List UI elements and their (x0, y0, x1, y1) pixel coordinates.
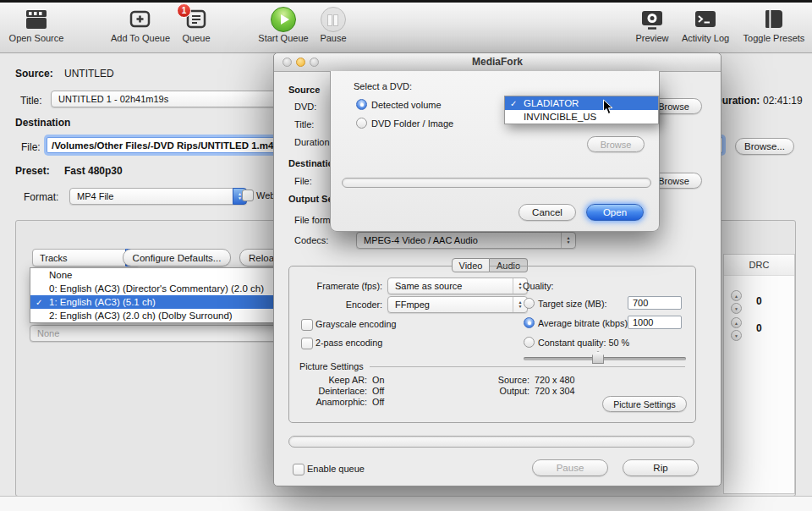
dvd-menu-item-selected[interactable]: ✓ GLADIATOR (505, 96, 658, 110)
quality-slider-track[interactable] (524, 357, 686, 360)
picture-settings-button[interactable]: Picture Settings (602, 396, 687, 412)
deinterlace-label: Deinterlace: (296, 386, 367, 396)
window-bottom-bar (0, 496, 812, 511)
constant-quality-radio[interactable] (524, 337, 535, 348)
framerate-label: Framerate (fps): (294, 281, 382, 291)
title-label: Title: (20, 95, 42, 107)
detected-volume-label: Detected volume (371, 100, 442, 110)
average-bitrate-label: Average bitrate (kbps): (538, 318, 630, 328)
minimize-button[interactable] (296, 58, 305, 67)
open-button[interactable]: Open (586, 204, 644, 221)
grayscale-checkbox[interactable] (301, 319, 313, 331)
toolbar-queue-button[interactable]: 1 Queue (174, 6, 218, 43)
dvd-folder-radio[interactable] (356, 118, 367, 129)
start-queue-icon (271, 6, 296, 33)
preview-icon (639, 6, 665, 33)
sheet-heading: Select a DVD: (354, 81, 412, 91)
toolbar-start-queue-label: Start Queue (258, 33, 308, 43)
target-size-field[interactable]: 700 (628, 296, 682, 310)
cancel-button[interactable]: Cancel (518, 204, 576, 221)
toolbar-pause-label: Pause (320, 33, 346, 43)
two-pass-checkbox[interactable] (301, 338, 313, 349)
dvd-volume-menu: ✓ GLADIATOR INVINCIBLE_US (504, 96, 659, 124)
check-icon: ✓ (36, 298, 42, 307)
mf-pause-button[interactable]: Pause (532, 459, 608, 476)
title-popup[interactable]: UNTITLED 1 - 02h41m19s ▲▼ (51, 91, 304, 107)
quality-label: Quality: (523, 281, 554, 291)
check-icon: ✓ (510, 99, 517, 108)
drc-stepper[interactable]: ▲▼ (731, 290, 742, 314)
target-size-radio[interactable] (524, 298, 535, 309)
average-bitrate-field[interactable]: 1000 (628, 316, 682, 329)
mediafork-titlebar[interactable]: MediaFork (274, 53, 721, 72)
mf-title-label: Title: (294, 119, 314, 129)
source-dimensions-value: 720 x 480 (535, 375, 574, 385)
mouse-cursor (602, 99, 613, 118)
toolbar-open-source-button[interactable]: Open Source (5, 6, 68, 43)
source-value: UNTITLED (64, 68, 114, 80)
add-to-queue-icon (128, 6, 153, 33)
average-bitrate-radio[interactable] (524, 317, 535, 328)
enable-queue-checkbox[interactable] (293, 464, 304, 475)
toolbar-toggle-presets-label: Toggle Presets (743, 33, 805, 43)
close-button[interactable] (283, 58, 292, 67)
popup-arrows-icon: ▲▼ (561, 233, 575, 248)
toolbar-add-to-queue-button[interactable]: Add To Queue (103, 6, 178, 43)
output-dimensions-value: 720 x 304 (535, 386, 574, 396)
browse-button[interactable]: Browse... (735, 138, 794, 155)
keep-ar-label: Keep AR: (296, 375, 367, 385)
constant-quality-label: Constant quality: 50 % (538, 338, 629, 348)
drc-column-header: DRC (724, 255, 794, 276)
drc-column-panel: DRC ▲▼ 0 ▲▼ 0 (723, 254, 795, 494)
dvd-folder-label: DVD Folder / Image (371, 118, 453, 129)
scan-progress-bar (342, 178, 651, 188)
encoder-popup[interactable]: FFmpeg ▲▼ (387, 296, 528, 313)
destination-heading: Destination (15, 117, 70, 129)
mf-codecs-label: Codecs: (294, 235, 328, 245)
dvd-menu-item[interactable]: INVINCIBLE_US (505, 110, 658, 124)
track-none-popup[interactable]: None ▲▼ (30, 325, 302, 342)
toolbar-preview-button[interactable]: Preview (629, 6, 675, 43)
target-size-label: Target size (MB): (538, 299, 607, 309)
sheet-browse-button[interactable]: Browse (587, 136, 645, 152)
toolbar-pause-button[interactable]: Pause (311, 6, 355, 43)
detected-volume-radio[interactable] (356, 99, 367, 110)
toolbar-preview-label: Preview (635, 33, 668, 43)
encode-progress-bar (288, 436, 694, 448)
configure-defaults-button[interactable]: Configure Defaults... (123, 249, 231, 266)
zoom-button[interactable] (310, 58, 319, 67)
tab-video[interactable]: Video (452, 258, 490, 272)
keep-ar-value: On (372, 375, 384, 385)
format-label: Format: (24, 191, 58, 203)
drc-stepper[interactable]: ▲▼ (731, 317, 742, 341)
activity-log-icon (693, 6, 718, 33)
toolbar-start-queue-button[interactable]: Start Queue (252, 6, 315, 43)
preset-label: Preset: (15, 165, 50, 177)
anamorphic-label: Anamorphic: (296, 397, 367, 407)
rip-button[interactable]: Rip (623, 459, 699, 476)
drc-value: 0 (756, 295, 762, 307)
screen: Open Source Add To Queue 1 Queue Start Q… (0, 0, 812, 511)
enable-queue-label: Enable queue (307, 464, 365, 474)
toolbar-queue-label: Queue (182, 33, 210, 43)
toolbar-activity-log-label: Activity Log (682, 33, 729, 43)
mf-codecs-popup[interactable]: MPEG-4 Video / AAC Audio ▲▼ (356, 232, 576, 249)
toggle-presets-icon (761, 6, 787, 33)
format-popup[interactable]: MP4 File ▲▼ (69, 188, 247, 205)
mf-file-label: File: (294, 176, 312, 186)
output-dimensions-label: Output: (464, 386, 529, 396)
quality-slider-thumb[interactable] (592, 351, 604, 364)
deinterlace-value: Off (372, 386, 384, 396)
two-pass-label: 2-pass encoding (315, 338, 382, 348)
grayscale-label: Grayscale encoding (315, 319, 396, 329)
anamorphic-value: Off (372, 397, 384, 407)
video-settings-groupbox: Framerate (fps): Same as source ▲▼ Encod… (288, 266, 696, 423)
framerate-popup[interactable]: Same as source ▲▼ (387, 277, 528, 294)
window-title: MediaFork (274, 53, 721, 71)
duration-value: 02:41:19 (763, 95, 803, 107)
toolbar-activity-log-button[interactable]: Activity Log (677, 6, 734, 43)
toolbar-open-source-label: Open Source (9, 33, 64, 43)
web-optimized-checkbox[interactable] (242, 190, 254, 201)
toolbar-toggle-presets-button[interactable]: Toggle Presets (738, 6, 810, 43)
source-label: Source: (15, 68, 53, 80)
